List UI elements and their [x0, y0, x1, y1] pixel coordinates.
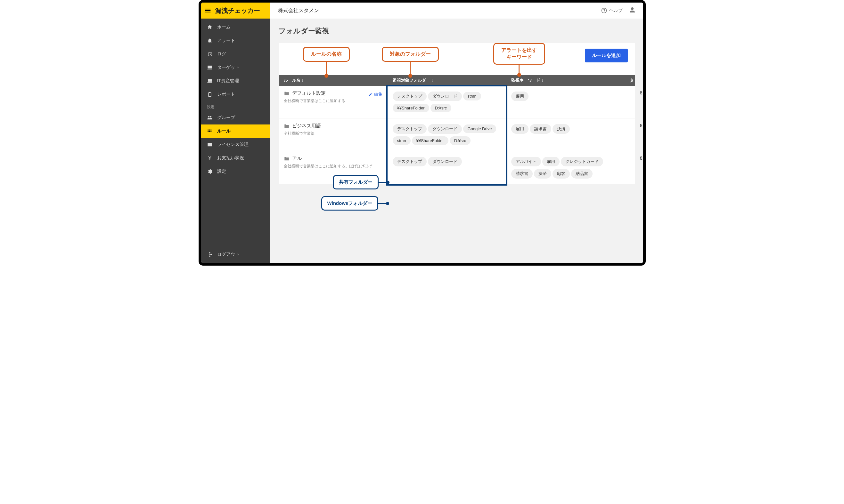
logout-label: ログアウト: [217, 252, 240, 257]
keyword-chip: 雇用: [542, 157, 559, 166]
keyword-chip: 決済: [552, 124, 570, 134]
sort-down-icon: ↓: [541, 78, 544, 83]
sidebar-item-log[interactable]: ログ: [201, 47, 270, 61]
sidebar: ホーム アラート ログ ターゲット IT資産管理: [201, 19, 270, 263]
grid-icon: [207, 128, 213, 134]
count-cell: 8: [625, 90, 643, 95]
rule-name: アル: [284, 156, 302, 162]
col-rule[interactable]: ルール名↓: [279, 77, 387, 83]
keyword-chip: クレジットカード: [561, 157, 603, 166]
topbar: 漏洩チェッカー 株式会社スタメン ヘルプ: [201, 3, 643, 19]
folder-chip: デスクトップ: [393, 157, 427, 166]
sidebar-item-label: アラート: [217, 38, 235, 43]
brand: 漏洩チェッカー: [201, 3, 270, 19]
sidebar-item-report[interactable]: レポート: [201, 88, 270, 101]
sidebar-item-alert[interactable]: アラート: [201, 34, 270, 47]
folder-chip: stmn: [393, 136, 411, 145]
table-body: デフォルト設定編集全社横断で営業部はここに追加するデスクトップダウンロードstm…: [279, 86, 635, 184]
help-label: ヘルプ: [609, 8, 623, 14]
sidebar-item-home[interactable]: ホーム: [201, 20, 270, 34]
pencil-icon: [368, 92, 373, 97]
rules-card: ルールの名称 対象のフォルダー アラートを出す キーワード ルールを追加: [279, 43, 635, 184]
folder-rule-icon: [284, 156, 290, 162]
monitor-icon: [207, 65, 213, 70]
sidebar-item-label: ターゲット: [217, 65, 240, 70]
callout-windows-folder: Windowsフォルダー: [321, 196, 390, 211]
bell-icon: [207, 38, 213, 43]
sidebar-item-label: グループ: [217, 115, 235, 121]
sidebar-item-label: ライセンス管理: [217, 142, 248, 147]
page-title: フォルダー監視: [279, 26, 635, 36]
table-header: ルール名↓ 監視対象フォルダー↓ 監視キーワード↓ ター: [279, 75, 635, 86]
table-row: ビジネス用語全社横断で営業部デスクトップダウンロードGoogle Drivest…: [279, 118, 635, 151]
sidebar-item-asset[interactable]: IT資産管理: [201, 74, 270, 88]
keyword-chip: 雇用: [511, 124, 529, 134]
sidebar-item-target[interactable]: ターゲット: [201, 61, 270, 74]
sidebar-item-label: 設定: [217, 169, 226, 175]
sidebar-item-rule[interactable]: ルール: [201, 125, 270, 138]
col-keyword[interactable]: 監視キーワード↓: [506, 77, 625, 83]
folder-chip: ダウンロード: [428, 91, 462, 101]
sidebar-item-group[interactable]: グループ: [201, 111, 270, 125]
group-icon: [207, 115, 213, 121]
folder-chip: D:¥src: [430, 104, 452, 112]
sidebar-nav: ホーム アラート ログ ターゲット IT資産管理: [201, 19, 270, 246]
keyword-chip: 顧客: [552, 169, 570, 179]
sidebar-item-license[interactable]: ライセンス管理: [201, 138, 270, 151]
sidebar-item-label: IT資産管理: [217, 78, 239, 84]
main-content: フォルダー監視 ルールの名称 対象のフォルダー アラートを出す キーワード: [270, 19, 643, 263]
sort-down-icon: ↓: [302, 78, 304, 83]
home-icon: [207, 24, 213, 30]
rule-name: ビジネス用語: [284, 123, 321, 129]
table-row: デフォルト設定編集全社横断で営業部はここに追加するデスクトップダウンロードstm…: [279, 86, 635, 118]
keyword-chip: アルバイト: [511, 157, 541, 166]
laptop-icon: [207, 78, 213, 84]
keyword-chip: 請求書: [511, 169, 533, 179]
sort-down-icon: ↓: [431, 78, 433, 83]
company-name: 株式会社スタメン: [270, 7, 601, 14]
menu-icon[interactable]: [204, 7, 211, 14]
count-cell: 8: [625, 156, 643, 161]
folder-chip: ¥¥ShareFolder: [393, 104, 429, 112]
edit-button[interactable]: 編集: [368, 91, 382, 97]
rule-cell: アル全社横断で営業部はここに追加する。ほげほげほげ: [279, 156, 387, 169]
folder-chip: Google Drive: [463, 125, 497, 133]
sidebar-item-label: ホーム: [217, 24, 230, 30]
sidebar-item-label: ログ: [217, 51, 226, 57]
gear-icon: [207, 169, 213, 175]
account-icon[interactable]: [628, 6, 636, 15]
folder-cell: デスクトップダウンロードGoogle Drivestmn¥¥ShareFolde…: [387, 123, 506, 146]
keyword-cell: 雇用請求書決済: [506, 123, 625, 135]
help-link[interactable]: ヘルプ: [601, 7, 623, 14]
clipboard-icon: [207, 91, 213, 97]
sidebar-item-label: お支払い状況: [217, 155, 244, 161]
keyword-cell: アルバイト雇用クレジットカード請求書決済顧客納品書: [506, 156, 625, 180]
folder-chip: デスクトップ: [393, 124, 427, 134]
rule-desc: 全社横断で営業部はここに追加する。ほげほげほげ: [284, 163, 382, 169]
sidebar-item-label: レポート: [217, 91, 235, 97]
folder-chip: デスクトップ: [393, 91, 427, 101]
folder-chip: ダウンロード: [428, 157, 462, 166]
add-rule-button[interactable]: ルールを追加: [585, 49, 628, 62]
rule-cell: デフォルト設定編集全社横断で営業部はここに追加する: [279, 90, 387, 104]
sidebar-section-label: 設定: [201, 101, 270, 111]
keyword-chip: 請求書: [530, 124, 551, 134]
folder-chip: ¥¥ShareFolder: [412, 136, 448, 145]
keyword-chip: 決済: [534, 169, 551, 179]
table-row: アル全社横断で営業部はここに追加する。ほげほげほげデスクトップダウンロードアルバ…: [279, 151, 635, 184]
rule-name: デフォルト設定: [284, 90, 326, 96]
card-icon: [207, 142, 213, 147]
keyword-chip: 雇用: [511, 91, 529, 101]
history-icon: [207, 51, 213, 57]
help-icon: [601, 7, 607, 14]
count-cell: 8: [625, 123, 643, 128]
sidebar-item-settings[interactable]: 設定: [201, 165, 270, 178]
folder-chip: ダウンロード: [428, 124, 462, 134]
logout-icon: [207, 252, 213, 257]
sidebar-item-label: ルール: [217, 128, 230, 134]
rule-desc: 全社横断で営業部はここに追加する: [284, 98, 382, 104]
col-folder[interactable]: 監視対象フォルダー↓: [387, 77, 506, 83]
brand-name: 漏洩チェッカー: [215, 6, 260, 15]
sidebar-item-logout[interactable]: ログアウト: [201, 246, 270, 263]
sidebar-item-payment[interactable]: お支払い状況: [201, 151, 270, 165]
